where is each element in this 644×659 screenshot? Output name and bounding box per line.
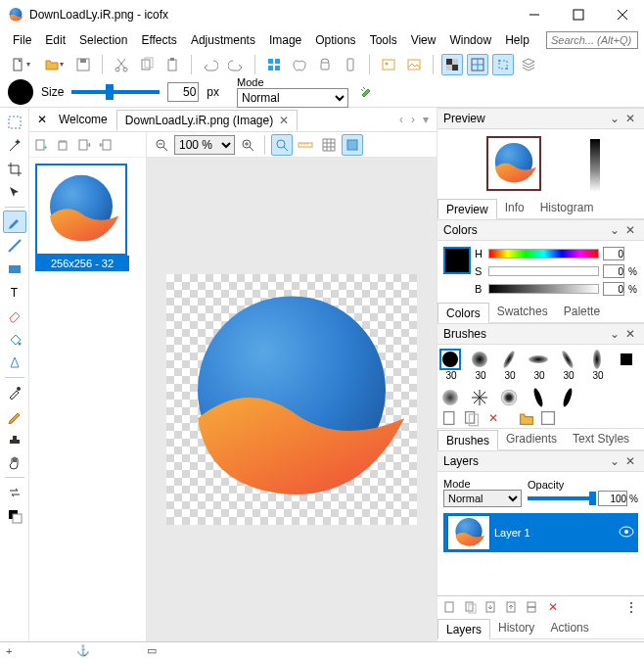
brush-size-slider[interactable] [71,90,160,94]
brush-options-icon[interactable] [356,81,378,103]
copy-button[interactable] [136,54,158,75]
zoom-out[interactable] [151,134,172,156]
close-all-tabs[interactable]: ✕ [33,113,51,126]
thumb-import[interactable] [96,135,115,155]
layer-item[interactable]: Layer 1 [443,513,638,552]
save-button[interactable] [72,54,94,75]
bucket-tool[interactable] [3,328,26,351]
menu-help[interactable]: Help [498,31,536,49]
thumbnail-item[interactable]: 256x256 - 32 [35,164,129,271]
crop-tool[interactable] [3,158,26,180]
menu-edit[interactable]: Edit [38,31,72,49]
brush-del[interactable]: ✕ [484,410,502,426]
bri-slider[interactable] [488,284,599,294]
tab-brushes[interactable]: Brushes [437,430,498,450]
undo-button[interactable] [200,54,221,75]
clone-tool[interactable] [3,428,26,450]
brush-preset[interactable] [469,387,492,408]
color-swatch[interactable] [8,79,33,105]
tab-menu[interactable]: ▾ [419,113,433,126]
layers-close[interactable]: ✕ [622,454,638,468]
brush-preset[interactable] [439,387,463,408]
sat-slider[interactable] [488,266,599,276]
menu-view[interactable]: View [404,31,443,49]
android-icon[interactable] [314,54,336,75]
brush-preset[interactable] [528,387,551,408]
tab-history[interactable]: History [490,618,542,638]
search-input[interactable] [546,31,638,49]
layer-new[interactable] [441,599,459,615]
new-file-button[interactable]: ▾ [6,54,35,75]
preview-close[interactable]: ✕ [622,112,638,125]
hue-slider[interactable] [488,249,599,259]
layer-mode-select[interactable]: Normal [443,490,522,507]
tab-welcome[interactable]: Welcome [51,110,116,129]
tab-histogram[interactable]: Histogram [532,198,602,218]
sharpen-tool[interactable] [3,352,26,374]
brush-open[interactable] [518,410,535,426]
canvas-zoom-tool[interactable] [271,134,293,156]
tab-layers[interactable]: Layers [437,619,490,639]
tab-active[interactable]: DownLoadLy.iR.png (Image)✕ [116,110,298,131]
menu-adjustments[interactable]: Adjustments [184,31,262,49]
pencil-tool[interactable] [3,404,26,427]
menu-effects[interactable]: Effects [134,31,183,49]
colors-swatch[interactable] [443,247,471,274]
brush-preset[interactable]: 30 [439,349,463,381]
move-tool[interactable] [3,181,26,204]
brush-save[interactable] [539,410,557,426]
canvas-ruler[interactable] [295,134,316,156]
layer-visibility[interactable] [615,526,638,541]
canvas-grid[interactable] [318,134,340,156]
cut-button[interactable] [111,54,132,75]
sat-input[interactable] [603,264,624,278]
marquee-tool[interactable] [3,111,26,133]
picker-tool[interactable] [3,381,26,403]
menu-selection[interactable]: Selection [72,31,134,49]
layers-toggle[interactable] [518,54,539,75]
wand-tool[interactable] [3,134,26,157]
brush-dup[interactable] [463,410,481,426]
grid-toggle[interactable] [467,54,488,75]
layer-menu[interactable]: ⋮ [622,599,640,615]
image2-icon[interactable] [403,54,425,75]
zoom-select[interactable]: 100 % [174,135,235,155]
brushes-close[interactable]: ✕ [622,327,638,341]
preview-collapse[interactable]: ⌄ [607,112,622,125]
layer-up[interactable] [503,599,521,615]
hand-tool[interactable] [3,451,26,474]
brush-preset[interactable]: 30 [498,349,522,381]
brush-new[interactable] [441,410,459,426]
tab-close-icon[interactable]: ✕ [279,114,289,127]
layers-collapse[interactable]: ⌄ [607,454,622,468]
hue-input[interactable] [603,247,624,260]
tab-actions[interactable]: Actions [542,618,596,638]
colors-collapse[interactable]: ⌄ [607,223,622,237]
guides-toggle[interactable] [492,54,514,75]
menu-file[interactable]: File [6,31,38,49]
maximize-button[interactable] [556,0,600,29]
redo-button[interactable] [225,54,247,75]
tab-info[interactable]: Info [497,198,532,218]
windows-icon[interactable] [263,54,285,75]
thumb-delete[interactable] [53,135,72,155]
phone-icon[interactable] [340,54,361,75]
menu-options[interactable]: Options [308,31,362,49]
bri-input[interactable] [603,282,624,296]
line-tool[interactable] [3,234,26,257]
colors-close[interactable]: ✕ [622,223,638,237]
eraser-tool[interactable] [3,305,26,327]
brush-size-input[interactable] [167,82,199,102]
image1-icon[interactable] [378,54,399,75]
menu-window[interactable]: Window [442,31,498,49]
brush-preset[interactable]: 30 [586,349,610,381]
tab-colors[interactable]: Colors [437,303,489,323]
apple-icon[interactable] [289,54,310,75]
minimize-button[interactable] [512,0,556,29]
swap-colors[interactable] [3,481,26,503]
canvas-select[interactable] [342,134,363,156]
zoom-in[interactable] [237,134,258,156]
tab-textstyles[interactable]: Text Styles [565,429,637,449]
fg-color[interactable] [3,504,26,527]
open-file-button[interactable]: ▾ [39,54,69,75]
